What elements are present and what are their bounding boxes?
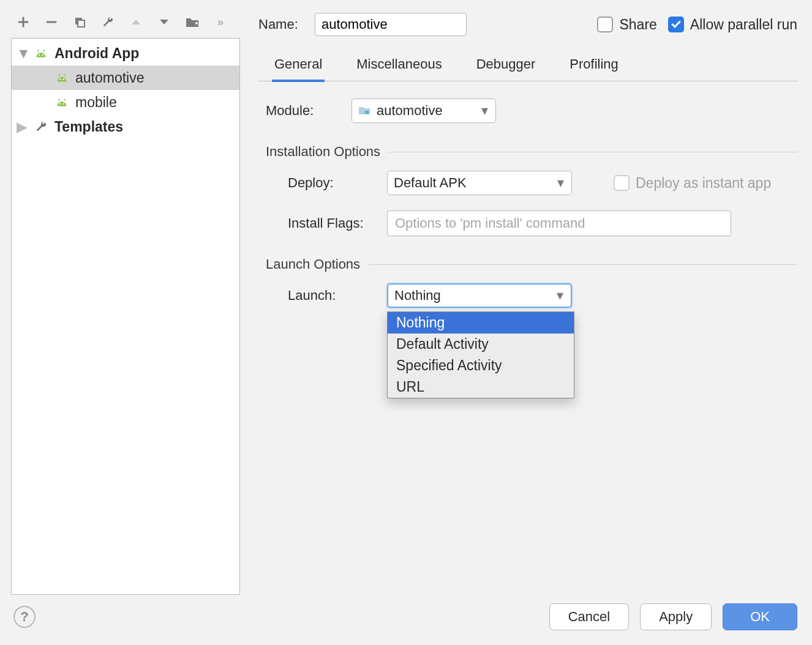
name-label: Name: xyxy=(258,17,304,32)
launch-combo[interactable]: Nothing ▾ xyxy=(387,283,572,308)
svg-rect-8 xyxy=(365,111,369,114)
launch-dropdown: Nothing Default Activity Specified Activ… xyxy=(387,311,574,398)
android-icon xyxy=(55,72,69,83)
chevron-down-icon: ▾ xyxy=(557,175,564,191)
share-checkbox[interactable]: Share xyxy=(597,17,656,33)
tab-bar: General Miscellaneous Debugger Profiling xyxy=(258,48,797,81)
tree-label: automotive xyxy=(75,70,145,86)
module-label: Module: xyxy=(266,103,337,119)
launch-option[interactable]: Default Activity xyxy=(388,334,574,355)
ok-button[interactable]: OK xyxy=(723,603,797,630)
chevron-right-icon: ▶ xyxy=(17,119,28,135)
launch-option[interactable]: URL xyxy=(388,376,574,398)
tree-item-automotive[interactable]: automotive xyxy=(12,65,239,90)
tree-item-mobile[interactable]: mobile xyxy=(12,90,239,114)
tab-miscellaneous[interactable]: Miscellaneous xyxy=(354,56,444,81)
cancel-button[interactable]: Cancel xyxy=(549,603,629,630)
svg-point-2 xyxy=(39,54,40,56)
android-icon xyxy=(34,48,48,59)
svg-rect-1 xyxy=(78,20,85,27)
launch-heading: Launch Options xyxy=(266,256,360,272)
launch-value: Nothing xyxy=(394,288,551,304)
launch-option[interactable]: Specified Activity xyxy=(388,355,574,376)
divider xyxy=(389,152,797,152)
deploy-instant-label: Deploy as instant app xyxy=(636,175,771,192)
svg-point-3 xyxy=(42,54,43,56)
install-flags-input[interactable] xyxy=(387,211,731,236)
help-button[interactable]: ? xyxy=(13,606,36,628)
svg-point-6 xyxy=(59,103,61,105)
chevron-down-icon: ▼ xyxy=(17,45,28,62)
tab-profiling[interactable]: Profiling xyxy=(567,56,620,81)
save-folder-icon[interactable] xyxy=(185,15,200,29)
tab-general[interactable]: General xyxy=(272,56,325,82)
deploy-combo[interactable]: Default APK ▾ xyxy=(387,171,572,195)
module-value: automotive xyxy=(377,103,475,119)
deploy-label: Deploy: xyxy=(288,175,372,191)
tree-group-android-app[interactable]: ▼ Android App xyxy=(12,41,239,65)
svg-point-5 xyxy=(62,78,64,80)
chevron-down-icon: ▾ xyxy=(557,288,563,304)
wrench-icon xyxy=(34,120,48,133)
allow-parallel-checkbox[interactable]: Allow parallel run xyxy=(668,17,797,33)
copy-icon[interactable] xyxy=(72,15,87,29)
launch-label: Launch: xyxy=(288,288,372,304)
apply-button[interactable]: Apply xyxy=(640,603,712,630)
folder-icon xyxy=(358,103,370,119)
deploy-value: Default APK xyxy=(394,175,551,191)
tree-label: mobile xyxy=(75,94,117,111)
android-icon xyxy=(55,97,69,108)
svg-point-4 xyxy=(59,78,61,80)
launch-option[interactable]: Nothing xyxy=(388,312,574,334)
svg-point-7 xyxy=(62,103,64,105)
install-flags-label: Install Flags: xyxy=(288,215,372,231)
tree-group-templates[interactable]: ▶ Templates xyxy=(12,114,239,139)
tab-debugger[interactable]: Debugger xyxy=(474,56,538,81)
share-label: Share xyxy=(619,17,656,33)
install-heading: Installation Options xyxy=(266,144,380,160)
module-combo[interactable]: automotive ▾ xyxy=(351,99,496,123)
wrench-icon[interactable] xyxy=(100,15,115,29)
more-icon[interactable]: » xyxy=(213,15,228,29)
divider xyxy=(369,264,797,265)
add-icon[interactable] xyxy=(16,15,31,29)
tree-toolbar: » xyxy=(11,6,240,38)
parallel-label: Allow parallel run xyxy=(690,17,797,33)
name-input[interactable] xyxy=(315,13,467,36)
move-up-icon[interactable] xyxy=(129,15,143,29)
chevron-down-icon: ▾ xyxy=(481,103,488,119)
tree-label: Android App xyxy=(55,45,139,62)
move-down-icon[interactable] xyxy=(157,15,171,29)
deploy-instant-checkbox: Deploy as instant app xyxy=(614,175,771,192)
config-tree: ▼ Android App automotive mobile ▶ Templa… xyxy=(11,38,240,595)
tree-label: Templates xyxy=(55,119,123,135)
remove-icon[interactable] xyxy=(44,15,59,29)
